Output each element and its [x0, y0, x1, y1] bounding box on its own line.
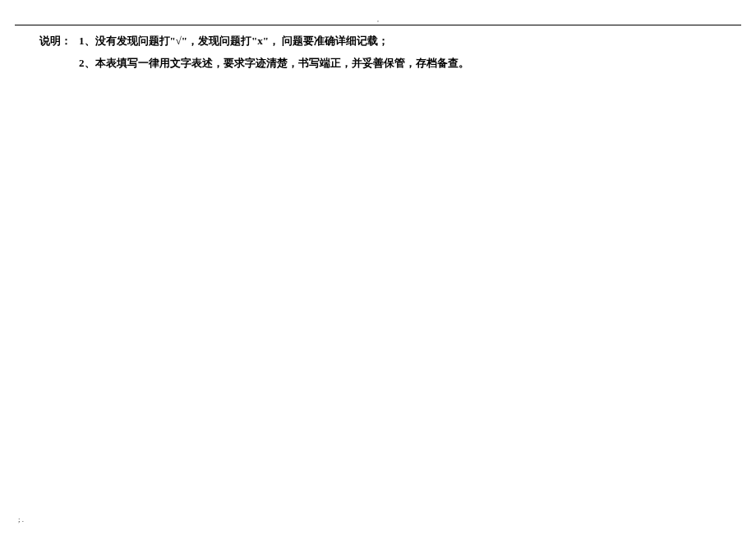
top-mark: ': [377, 20, 378, 27]
instruction-text-1: 1、没有发现问题打"√"，发现问题打"x"， 问题要准确详细记载；: [79, 33, 389, 50]
instruction-text-2: 2、本表填写一律用文字表述，要求字迹清楚，书写端正，并妥善保管，存档备查。: [79, 55, 469, 72]
bottom-mark: ; .: [18, 515, 24, 523]
instruction-row-1: 说明： 1、没有发现问题打"√"，发现问题打"x"， 问题要准确详细记载；: [39, 33, 717, 50]
content-area: 说明： 1、没有发现问题打"√"，发现问题打"x"， 问题要准确详细记载； 说明…: [39, 33, 717, 77]
instruction-label: 说明：: [39, 34, 79, 48]
top-divider: [15, 25, 741, 25]
page-container: ' 说明： 1、没有发现问题打"√"，发现问题打"x"， 问题要准确详细记载； …: [0, 0, 756, 535]
instruction-row-2: 说明： 2、本表填写一律用文字表述，要求字迹清楚，书写端正，并妥善保管，存档备查…: [39, 55, 717, 72]
